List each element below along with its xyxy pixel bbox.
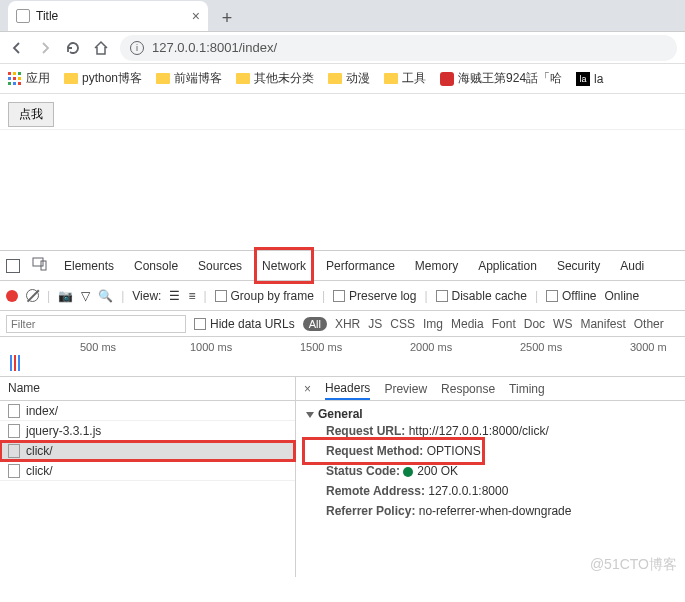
request-row[interactable]: click/ — [0, 441, 295, 461]
tab-console[interactable]: Console — [130, 251, 182, 280]
la-icon: la — [576, 72, 590, 86]
offline-checkbox[interactable]: Offline — [546, 289, 596, 303]
detail-tab-response[interactable]: Response — [441, 382, 495, 396]
detail-tab-timing[interactable]: Timing — [509, 382, 545, 396]
apps-button[interactable]: 应用 — [8, 70, 50, 87]
large-rows-icon[interactable]: ☰ — [169, 289, 180, 303]
back-button[interactable] — [8, 39, 26, 57]
bookmark-item[interactable]: 动漫 — [328, 70, 370, 87]
tab-elements[interactable]: Elements — [60, 251, 118, 280]
filter-xhr[interactable]: XHR — [335, 317, 360, 331]
camera-icon[interactable]: 📷 — [58, 289, 73, 303]
request-method: Request Method: OPTIONS — [306, 441, 481, 461]
doc-icon — [8, 424, 20, 438]
bookmark-item[interactable]: python博客 — [64, 70, 142, 87]
page-icon — [16, 9, 30, 23]
tab-network[interactable]: Network — [258, 251, 310, 280]
tab-security[interactable]: Security — [553, 251, 604, 280]
timeline[interactable]: 500 ms 1000 ms 1500 ms 2000 ms 2500 ms 3… — [0, 337, 685, 377]
bookmark-item[interactable]: lala — [576, 72, 603, 86]
close-icon[interactable]: × — [192, 8, 200, 24]
network-toolbar: | 📷 ▽ 🔍 | View: ☰ ≡ | Group by frame | P… — [0, 281, 685, 311]
filter-img[interactable]: Img — [423, 317, 443, 331]
request-detail: × Headers Preview Response Timing Genera… — [296, 377, 685, 577]
tab-memory[interactable]: Memory — [411, 251, 462, 280]
general-header[interactable]: General — [306, 407, 675, 421]
home-button[interactable] — [92, 39, 110, 57]
tab-audits[interactable]: Audi — [616, 251, 648, 280]
address-field[interactable]: i 127.0.0.1:8001/index/ — [120, 35, 677, 61]
request-row[interactable]: index/ — [0, 401, 295, 421]
group-checkbox[interactable]: Group by frame — [215, 289, 314, 303]
new-tab-button[interactable]: + — [214, 5, 240, 31]
name-header[interactable]: Name — [0, 377, 295, 401]
filter-ws[interactable]: WS — [553, 317, 572, 331]
browser-tab[interactable]: Title × — [8, 1, 208, 31]
filter-icon[interactable]: ▽ — [81, 289, 90, 303]
forward-button[interactable] — [36, 39, 54, 57]
device-icon[interactable] — [32, 257, 48, 274]
doc-icon — [8, 464, 20, 478]
clear-button[interactable] — [26, 289, 39, 302]
filter-js[interactable]: JS — [368, 317, 382, 331]
hide-data-urls-checkbox[interactable]: Hide data URLs — [194, 317, 295, 331]
bookmarks-bar: 应用 python博客 前端博客 其他未分类 动漫 工具 海贼王第924話「哈 … — [0, 64, 685, 94]
throttle-select[interactable]: Online — [605, 289, 640, 303]
request-row[interactable]: jquery-3.3.1.js — [0, 421, 295, 441]
swirl-icon — [440, 72, 454, 86]
devtools: Elements Console Sources Network Perform… — [0, 250, 685, 577]
request-list: Name index/ jquery-3.3.1.js click/ click… — [0, 377, 296, 577]
tab-title: Title — [36, 9, 186, 23]
watermark: @51CTO博客 — [590, 556, 677, 574]
page-content: 点我 — [0, 94, 685, 130]
request-row[interactable]: click/ — [0, 461, 295, 481]
reload-button[interactable] — [64, 39, 82, 57]
folder-icon — [384, 73, 398, 84]
filter-doc[interactable]: Doc — [524, 317, 545, 331]
timeline-bars — [10, 355, 20, 371]
url-text: 127.0.0.1:8001/index/ — [152, 40, 277, 55]
detail-tab-preview[interactable]: Preview — [384, 382, 427, 396]
filter-bar: Hide data URLs All XHR JS CSS Img Media … — [0, 311, 685, 337]
folder-icon — [156, 73, 170, 84]
close-detail-button[interactable]: × — [304, 382, 311, 396]
inspect-icon[interactable] — [6, 259, 20, 273]
detail-tab-headers[interactable]: Headers — [325, 377, 370, 400]
filter-input[interactable] — [6, 315, 186, 333]
filter-manifest[interactable]: Manifest — [580, 317, 625, 331]
tab-performance[interactable]: Performance — [322, 251, 399, 280]
blank-area — [0, 130, 685, 250]
network-body: Name index/ jquery-3.3.1.js click/ click… — [0, 377, 685, 577]
filter-all[interactable]: All — [303, 317, 327, 331]
click-me-button[interactable]: 点我 — [8, 102, 54, 127]
folder-icon — [64, 73, 78, 84]
folder-icon — [236, 73, 250, 84]
status-code: Status Code: 200 OK — [306, 461, 675, 481]
filter-font[interactable]: Font — [492, 317, 516, 331]
bookmark-item[interactable]: 前端博客 — [156, 70, 222, 87]
search-icon[interactable]: 🔍 — [98, 289, 113, 303]
request-url: Request URL: http://127.0.0.1:8000/click… — [306, 421, 675, 441]
referrer-policy: Referrer Policy: no-referrer-when-downgr… — [306, 501, 675, 521]
doc-icon — [8, 444, 20, 458]
tab-sources[interactable]: Sources — [194, 251, 246, 280]
triangle-icon — [306, 412, 314, 418]
doc-icon — [8, 404, 20, 418]
preserve-checkbox[interactable]: Preserve log — [333, 289, 416, 303]
browser-tabbar: Title × + — [0, 0, 685, 32]
info-icon[interactable]: i — [130, 41, 144, 55]
filter-css[interactable]: CSS — [390, 317, 415, 331]
waterfall-icon[interactable]: ≡ — [188, 289, 195, 303]
filter-other[interactable]: Other — [634, 317, 664, 331]
general-section: General Request URL: http://127.0.0.1:80… — [296, 401, 685, 527]
record-button[interactable] — [6, 290, 18, 302]
tab-application[interactable]: Application — [474, 251, 541, 280]
devtools-tabs: Elements Console Sources Network Perform… — [0, 251, 685, 281]
remote-address: Remote Address: 127.0.0.1:8000 — [306, 481, 675, 501]
bookmark-item[interactable]: 海贼王第924話「哈 — [440, 70, 562, 87]
status-dot-icon — [403, 467, 413, 477]
disable-cache-checkbox[interactable]: Disable cache — [436, 289, 527, 303]
filter-media[interactable]: Media — [451, 317, 484, 331]
bookmark-item[interactable]: 其他未分类 — [236, 70, 314, 87]
bookmark-item[interactable]: 工具 — [384, 70, 426, 87]
